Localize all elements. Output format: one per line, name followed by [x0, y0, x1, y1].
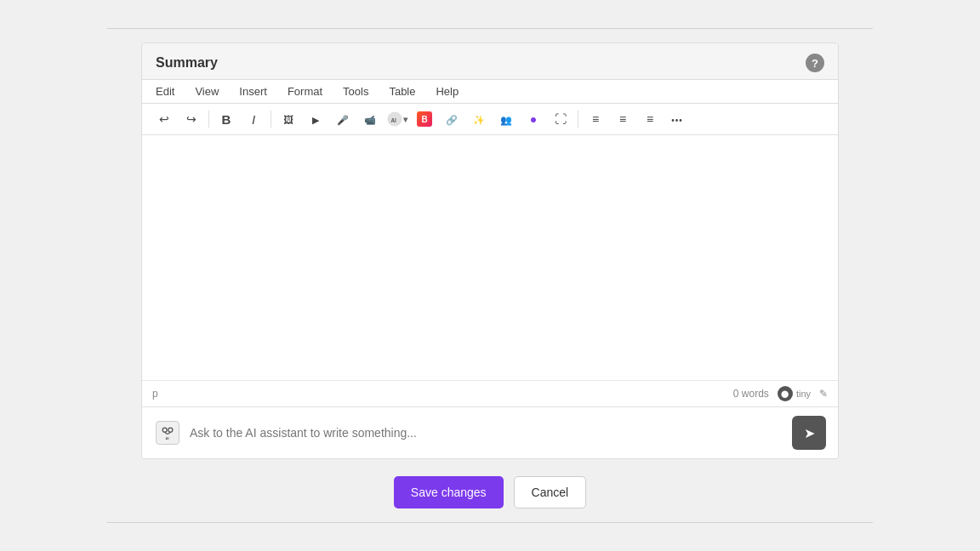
svg-text:AI: AI	[166, 436, 169, 440]
send-icon: ➤	[804, 425, 815, 441]
tiny-logo-icon: ⬤	[778, 386, 793, 401]
teams-button[interactable]	[494, 107, 518, 131]
svg-point-2	[162, 428, 167, 432]
save-changes-button[interactable]: Save changes	[394, 476, 504, 508]
menu-view[interactable]: View	[191, 83, 222, 99]
ai-icon: AI	[154, 419, 181, 446]
toolbar-separator-3	[578, 111, 578, 128]
menu-table[interactable]: Table	[385, 83, 419, 99]
help-icon[interactable]: ?	[806, 54, 824, 72]
tiny-logo: ⬤ tiny	[778, 386, 811, 401]
undo-icon	[159, 112, 169, 126]
page-wrapper: Summary ? Edit View Insert Format Tools …	[0, 0, 980, 551]
menu-insert[interactable]: Insert	[236, 83, 271, 99]
paragraph-tag: p	[152, 388, 158, 400]
redo-button[interactable]	[179, 107, 203, 131]
menu-format[interactable]: Format	[284, 83, 326, 99]
ai-prompt-input[interactable]	[190, 426, 783, 440]
italic-icon: I	[252, 112, 255, 127]
svg-text:AI: AI	[391, 117, 397, 123]
blogger-button[interactable]: B	[413, 107, 436, 131]
more-icon	[671, 112, 683, 126]
video-icon	[312, 112, 319, 126]
image-icon	[283, 112, 293, 126]
ai-prompt-bar: AI ➤	[142, 406, 838, 458]
editor-content-area[interactable]	[156, 145, 824, 366]
toolbar: B I AI	[142, 104, 838, 135]
align-right-button[interactable]	[638, 107, 662, 131]
editor-body	[142, 135, 838, 380]
color-icon	[530, 112, 537, 126]
edit-tiny-icon[interactable]: ✎	[819, 388, 828, 400]
align-center-icon	[619, 112, 626, 126]
fullscreen-icon	[555, 112, 567, 126]
align-center-button[interactable]	[611, 107, 635, 131]
ai-icon-inner: AI	[156, 421, 179, 445]
blogger-icon: B	[417, 111, 432, 127]
svg-point-3	[168, 428, 173, 432]
audio-icon	[337, 112, 349, 126]
bold-button[interactable]: B	[214, 107, 238, 131]
teams-icon	[500, 112, 512, 126]
cancel-button[interactable]: Cancel	[514, 476, 587, 508]
align-left-button[interactable]	[584, 107, 607, 131]
link-icon	[446, 112, 458, 126]
word-count: 0 words	[733, 388, 769, 400]
action-buttons: Save changes Cancel	[394, 476, 586, 508]
ai-plugin-button[interactable]: AI ▾	[385, 107, 409, 131]
toolbar-separator-1	[208, 111, 209, 128]
undo-button[interactable]	[152, 107, 176, 131]
editor-title: Summary	[156, 55, 218, 71]
insert-media-button[interactable]	[358, 107, 382, 131]
toolbar-separator-2	[271, 111, 271, 128]
magic-button[interactable]	[467, 107, 491, 131]
bold-icon: B	[222, 112, 231, 127]
more-button[interactable]	[665, 107, 689, 131]
media-icon	[364, 112, 376, 126]
ai-send-button[interactable]: ➤	[792, 416, 826, 450]
menu-tools[interactable]: Tools	[339, 83, 372, 99]
redo-icon	[186, 112, 197, 126]
editor-header: Summary ?	[142, 43, 838, 79]
editor-footer: p 0 words ⬤ tiny ✎	[142, 380, 838, 406]
insert-image-button[interactable]	[276, 107, 300, 131]
editor-container: Summary ? Edit View Insert Format Tools …	[141, 43, 839, 459]
italic-button[interactable]: I	[242, 107, 265, 131]
menu-edit[interactable]: Edit	[152, 83, 178, 99]
align-left-icon	[592, 112, 599, 126]
link-button[interactable]	[440, 107, 464, 131]
bottom-divider	[107, 522, 873, 523]
color-button[interactable]	[521, 107, 545, 131]
fullscreen-button[interactable]	[549, 107, 573, 131]
insert-video-button[interactable]	[304, 107, 328, 131]
menu-help[interactable]: Help	[432, 83, 462, 99]
ai-plugin-icon: AI ▾	[387, 111, 407, 127]
insert-audio-button[interactable]	[331, 107, 355, 131]
align-right-icon	[647, 112, 653, 126]
top-divider	[107, 28, 873, 29]
menu-bar: Edit View Insert Format Tools Table Help	[142, 79, 838, 104]
magic-icon	[473, 112, 485, 126]
